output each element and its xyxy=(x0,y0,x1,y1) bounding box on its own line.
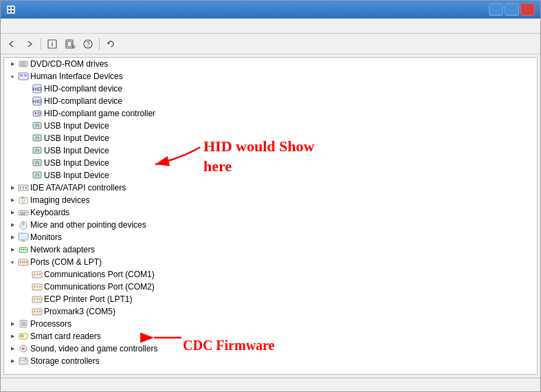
expander-storage[interactable]: ▶ xyxy=(7,356,18,367)
minimize-button[interactable] xyxy=(489,3,503,16)
item-label-hid: Human Interface Devices xyxy=(29,72,123,81)
svg-rect-16 xyxy=(19,73,28,80)
close-button[interactable] xyxy=(520,3,535,16)
forward-button[interactable] xyxy=(21,36,38,52)
menu-help[interactable] xyxy=(41,20,52,32)
expander-spacer xyxy=(21,294,32,305)
svg-rect-35 xyxy=(25,186,27,189)
back-button[interactable] xyxy=(3,36,20,52)
menu-action[interactable] xyxy=(16,20,27,32)
tree-item-sound[interactable]: ▶ Sound, video and game controllers xyxy=(4,342,537,355)
item-icon-ide xyxy=(18,182,29,193)
scan-button[interactable] xyxy=(62,36,78,52)
item-icon-keyboards xyxy=(18,207,29,218)
svg-rect-33 xyxy=(20,186,21,189)
tree-item-usb1[interactable]: USB Input Device xyxy=(4,120,537,132)
tree-item-ide[interactable]: ▶ IDE ATA/ATAPI controllers xyxy=(4,182,537,194)
tree-item-mice[interactable]: ▶ Mice and other pointing devices xyxy=(4,219,537,231)
tree-item-ports[interactable]: ▼ Ports (COM & LPT) xyxy=(4,256,537,268)
item-label-usb1: USB Input Device xyxy=(43,121,109,131)
expander-ide[interactable]: ▶ xyxy=(7,182,18,193)
tree-item-hid2[interactable]: HID HID-compliant device xyxy=(4,95,537,107)
device-tree[interactable]: ▶ DVD/CD-ROM drives ▼ Human Interface De… xyxy=(3,57,538,375)
svg-rect-4 xyxy=(12,10,14,12)
help-button[interactable]: ? xyxy=(80,36,96,52)
item-icon-com1 xyxy=(32,269,43,280)
expander-smartcard[interactable]: ▶ xyxy=(7,331,18,342)
tree-item-prox[interactable]: Proxmark3 (COM5) xyxy=(4,305,537,318)
tree-item-usb2[interactable]: USB Input Device xyxy=(4,132,537,144)
item-icon-usb3 xyxy=(32,145,43,156)
item-label-hid2: HID-compliant device xyxy=(43,96,122,106)
tree-item-com2[interactable]: Communications Port (COM2) xyxy=(4,281,537,293)
tree-item-usb5[interactable]: USB Input Device xyxy=(4,169,537,182)
svg-rect-23 xyxy=(33,111,41,116)
item-label-usb3: USB Input Device xyxy=(43,146,109,155)
tree-item-usb3[interactable]: USB Input Device xyxy=(4,144,537,157)
svg-rect-29 xyxy=(33,147,41,153)
item-label-smartcard: Smart card readers xyxy=(29,331,101,341)
tree-item-storage[interactable]: ▶ Storage controllers xyxy=(4,355,537,367)
item-icon-processors xyxy=(18,318,29,329)
svg-point-73 xyxy=(34,311,35,312)
expander-mice[interactable]: ▶ xyxy=(7,219,18,230)
menu-view[interactable] xyxy=(28,20,39,32)
expander-ports[interactable]: ▼ xyxy=(7,257,18,268)
tree-item-usb4[interactable]: USB Input Device xyxy=(4,157,537,169)
svg-rect-30 xyxy=(33,160,41,166)
item-icon-com2 xyxy=(32,281,43,292)
svg-rect-1 xyxy=(8,7,10,9)
expander-monitors[interactable]: ▶ xyxy=(7,232,18,243)
item-label-network: Network adapters xyxy=(29,245,95,254)
tree-item-processors[interactable]: ▶ Processors xyxy=(4,318,537,330)
tree-item-monitors[interactable]: ▶ Monitors xyxy=(4,231,537,243)
svg-point-56 xyxy=(20,261,21,263)
item-label-usb4: USB Input Device xyxy=(43,158,109,168)
refresh-button[interactable] xyxy=(102,36,119,52)
expander-sound[interactable]: ▶ xyxy=(7,343,18,354)
tree-item-imaging[interactable]: ▶ Imaging devices xyxy=(4,194,537,206)
svg-rect-0 xyxy=(7,6,15,14)
expander-keyboards[interactable]: ▶ xyxy=(7,207,18,218)
expander-spacer xyxy=(21,120,32,131)
expander-imaging[interactable]: ▶ xyxy=(7,195,18,206)
svg-rect-77 xyxy=(21,322,25,326)
item-icon-hid3 xyxy=(32,108,43,119)
svg-rect-18 xyxy=(24,74,27,76)
maximize-button[interactable] xyxy=(505,3,519,16)
item-icon-dvd xyxy=(18,58,29,69)
tree-item-hid3[interactable]: HID-compliant game controller xyxy=(4,107,537,120)
svg-rect-28 xyxy=(33,135,41,141)
item-icon-hid xyxy=(18,71,29,82)
properties-button[interactable]: i xyxy=(44,36,60,52)
item-icon-lpt1 xyxy=(32,294,43,305)
item-icon-imaging xyxy=(18,195,29,206)
toolbar: i ? xyxy=(1,34,540,54)
item-label-com2: Communications Port (COM2) xyxy=(43,282,155,292)
item-icon-prox xyxy=(32,306,43,317)
item-label-usb5: USB Input Device xyxy=(43,171,109,180)
svg-text:HID: HID xyxy=(32,86,42,92)
expander-network[interactable]: ▶ xyxy=(7,244,18,255)
tree-item-hid1[interactable]: HID HID-compliant device xyxy=(4,83,537,95)
svg-rect-17 xyxy=(20,74,23,76)
item-icon-sound xyxy=(18,343,29,354)
expander-dvd[interactable]: ▶ xyxy=(7,58,18,69)
item-label-processors: Processors xyxy=(29,319,71,329)
expander-hid[interactable]: ▼ xyxy=(7,71,18,82)
svg-point-67 xyxy=(39,286,41,287)
svg-rect-44 xyxy=(21,214,25,215)
item-icon-usb1 xyxy=(32,120,43,131)
tree-item-lpt1[interactable]: ECP Printer Port (LPT1) xyxy=(4,293,537,305)
tree-item-smartcard[interactable]: ▶ Smart card readers xyxy=(4,330,537,342)
tree-item-keyboards[interactable]: ▶ Keyboards xyxy=(4,206,537,219)
item-label-hid3: HID-compliant game controller xyxy=(43,109,155,118)
tree-item-com1[interactable]: Communications Port (COM1) xyxy=(4,268,537,281)
tree-item-hid[interactable]: ▼ Human Interface Devices xyxy=(4,70,537,83)
tree-item-network[interactable]: ▶ Network adapters xyxy=(4,243,537,256)
svg-rect-50 xyxy=(23,240,24,241)
menu-file[interactable] xyxy=(3,20,14,32)
expander-spacer xyxy=(21,157,32,168)
expander-processors[interactable]: ▶ xyxy=(7,318,18,329)
tree-item-dvd[interactable]: ▶ DVD/CD-ROM drives xyxy=(4,58,537,70)
